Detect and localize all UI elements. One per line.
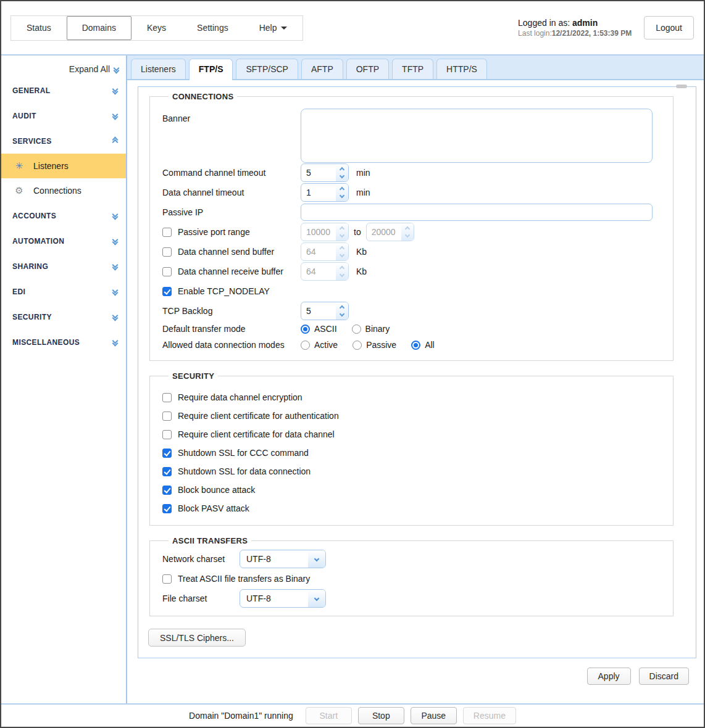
tab-listeners[interactable]: Listeners [131,59,186,79]
passive-radio-label[interactable]: Passive [366,340,396,350]
scrollbar-thumb[interactable] [676,85,687,88]
nav-domains-button[interactable]: Domains [67,16,131,40]
network-charset-select[interactable]: UTF-8 [240,550,326,568]
block-pasv-checkbox[interactable] [162,504,172,513]
spinner-down-icon[interactable] [340,173,344,178]
spinner-down-icon[interactable] [340,312,344,316]
client-cert-auth-checkbox[interactable] [162,412,172,421]
dropdown-button[interactable] [308,550,325,568]
pause-button[interactable]: Pause [411,707,457,724]
banner-textarea[interactable] [301,109,653,163]
client-cert-data-label[interactable]: Require client certificate for data chan… [178,429,335,439]
data-timeout-input[interactable] [301,184,336,201]
transfer-mode-ascii-option[interactable]: ASCII [301,324,337,334]
spinner-up-icon[interactable] [340,246,344,251]
spinner-down-icon[interactable] [340,233,344,238]
passive-radio[interactable] [352,341,362,350]
file-charset-select[interactable]: UTF-8 [240,589,326,608]
spinner-buttons[interactable] [336,302,348,320]
client-cert-auth-label[interactable]: Require client certificate for authentic… [178,411,339,421]
tcp-nodelay-checkbox[interactable] [162,287,172,296]
sidebar-section-sharing[interactable]: SHARING [1,254,126,279]
block-bounce-label[interactable]: Block bounce attack [178,485,255,495]
spinner-buttons[interactable] [336,164,348,181]
passive-port-range-label[interactable]: Passive port range [178,227,250,237]
transfer-mode-binary-option[interactable]: Binary [352,324,390,334]
spinner-buttons[interactable] [336,223,348,241]
passive-port-range-checkbox[interactable] [162,228,172,237]
mode-active-option[interactable]: Active [301,340,338,350]
sidebar-item-listeners[interactable]: ✳ Listeners [1,154,126,178]
sidebar-section-automation[interactable]: AUTOMATION [1,228,126,254]
spinner-buttons[interactable] [401,223,414,241]
shutdown-ssl-data-checkbox[interactable] [162,467,172,476]
spinner-down-icon[interactable] [404,233,409,238]
passive-ip-input[interactable] [301,204,653,221]
spinner-down-icon[interactable] [340,193,344,198]
receive-buffer-checkbox[interactable] [162,267,172,276]
passive-port-to-input[interactable] [367,223,401,241]
ascii-radio[interactable] [301,325,310,334]
require-encryption-checkbox[interactable] [162,393,172,402]
receive-buffer-label[interactable]: Data channel receive buffer [178,267,283,276]
spinner-up-icon[interactable] [340,187,344,192]
discard-button[interactable]: Discard [639,668,689,685]
require-encryption-label[interactable]: Require data channel encryption [178,392,302,402]
block-pasv-label[interactable]: Block PASV attack [178,503,249,513]
spinner-up-icon[interactable] [340,305,344,310]
tab-sftp-scp[interactable]: SFTP/SCP [236,59,298,79]
tab-aftp[interactable]: AFTP [301,59,343,79]
treat-as-binary-checkbox[interactable] [162,574,172,584]
active-radio-label[interactable]: Active [314,340,338,350]
sidebar-section-audit[interactable]: AUDIT [1,103,126,128]
treat-as-binary-label[interactable]: Treat ASCII file transfers as Binary [178,574,310,584]
passive-port-from-input[interactable] [301,223,336,241]
block-bounce-checkbox[interactable] [162,486,172,495]
all-radio[interactable] [411,341,420,350]
stop-button[interactable]: Stop [358,707,404,724]
sidebar-section-security[interactable]: SECURITY [1,304,126,329]
resume-button[interactable]: Resume [463,707,516,724]
tab-https[interactable]: HTTP/S [436,59,487,79]
start-button[interactable]: Start [306,707,352,724]
spinner-up-icon[interactable] [404,226,409,231]
spinner-up-icon[interactable] [340,167,344,172]
apply-button[interactable]: Apply [587,668,631,685]
spinner-up-icon[interactable] [340,266,344,271]
logout-button[interactable]: Logout [644,16,694,39]
binary-radio[interactable] [352,325,361,334]
mode-passive-option[interactable]: Passive [352,340,396,350]
sidebar-section-edi[interactable]: EDI [1,279,126,304]
nav-keys-button[interactable]: Keys [131,16,181,40]
spinner-up-icon[interactable] [340,226,344,231]
shutdown-ssl-data-label[interactable]: Shutdown SSL for data connection [178,466,311,476]
tcp-nodelay-label[interactable]: Enable TCP_NODELAY [178,286,270,296]
spinner-buttons[interactable] [336,243,348,260]
receive-buffer-input[interactable] [301,263,336,280]
nav-settings-button[interactable]: Settings [181,16,244,40]
nav-help-button[interactable]: Help [244,16,303,40]
ascii-radio-label[interactable]: ASCII [314,324,337,334]
spinner-down-icon[interactable] [340,272,344,277]
send-buffer-label[interactable]: Data channel send buffer [178,247,274,257]
sidebar-section-services[interactable]: SERVICES [1,128,126,154]
expand-all-link[interactable]: Expand All [1,60,126,78]
send-buffer-checkbox[interactable] [162,247,172,257]
command-timeout-input[interactable] [301,164,336,181]
tab-tftp[interactable]: TFTP [392,59,433,79]
send-buffer-input[interactable] [301,243,336,260]
shutdown-ssl-ccc-checkbox[interactable] [162,449,172,458]
dropdown-button[interactable] [308,590,325,607]
spinner-down-icon[interactable] [340,252,344,257]
sidebar-section-general[interactable]: GENERAL [1,78,126,103]
tcp-backlog-input[interactable] [301,302,336,320]
spinner-buttons[interactable] [336,184,348,201]
mode-all-option[interactable]: All [411,340,435,350]
active-radio[interactable] [301,341,310,350]
tab-ftps[interactable]: FTP/S [189,59,233,80]
spinner-buttons[interactable] [336,263,348,280]
all-radio-label[interactable]: All [425,340,435,350]
sidebar-item-connections[interactable]: ⚙ Connections [1,178,126,203]
shutdown-ssl-ccc-label[interactable]: Shutdown SSL for CCC command [178,448,309,458]
sidebar-section-accounts[interactable]: ACCOUNTS [1,203,126,228]
